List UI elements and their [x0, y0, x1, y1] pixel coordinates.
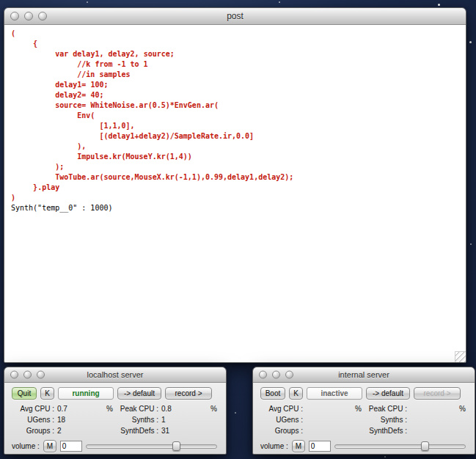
- stat-peak-cpu: Peak CPU : 0.8 %: [113, 404, 217, 414]
- stat-label: Synths :: [362, 415, 407, 425]
- mute-button[interactable]: M: [43, 440, 56, 452]
- stat-label: Groups :: [9, 426, 54, 436]
- volume-label: volume :: [260, 442, 288, 450]
- stat-value: 0.8: [161, 404, 179, 414]
- stat-avg-cpu: Avg CPU : 0.7 %: [9, 404, 113, 414]
- stat-label: UGens :: [257, 415, 303, 425]
- stat-value: 18: [57, 415, 75, 425]
- stat-label: Synths :: [113, 415, 158, 425]
- stat-label: UGens :: [9, 415, 54, 425]
- post-code[interactable]: ( { var delay1, delay2, source; //k from…: [11, 29, 466, 203]
- post-window-titlebar[interactable]: post: [4, 8, 466, 25]
- traffic-lights: [10, 371, 45, 379]
- stat-groups: Groups : 2: [9, 426, 113, 436]
- minimize-button[interactable]: [272, 371, 280, 379]
- stat-value: 0.7: [57, 404, 75, 414]
- zoom-button[interactable]: [38, 12, 47, 21]
- post-output[interactable]: Synth("temp__0" : 1000): [11, 203, 466, 213]
- close-button[interactable]: [10, 12, 19, 21]
- traffic-lights: [10, 12, 47, 21]
- stat-synthdefs: SynthDefs :: [362, 426, 466, 436]
- star: [87, 1, 88, 3]
- star: [235, 412, 236, 414]
- slider-track: [334, 444, 466, 449]
- stat-synthdefs: SynthDefs : 31: [113, 426, 217, 436]
- kill-button[interactable]: K: [40, 387, 54, 400]
- stat-avg-cpu: Avg CPU : %: [257, 404, 362, 414]
- volume-slider[interactable]: [334, 441, 466, 452]
- localhost-server-window: localhost server Quit K running -> defau…: [4, 367, 227, 455]
- mute-button[interactable]: M: [292, 440, 305, 452]
- slider-thumb[interactable]: [421, 441, 429, 451]
- localhost-server-panel: Quit K running -> default record > Avg C…: [4, 383, 226, 454]
- localhost-server-titlebar[interactable]: localhost server: [4, 367, 226, 383]
- make-default-button[interactable]: -> default: [117, 387, 161, 400]
- volume-input[interactable]: [309, 441, 331, 452]
- stat-ugens: UGens : 18: [9, 415, 113, 425]
- quit-button[interactable]: Quit: [12, 387, 37, 400]
- window-title: localhost server: [87, 370, 143, 379]
- zoom-button[interactable]: [37, 371, 45, 379]
- volume-row: volume : M: [253, 437, 475, 452]
- star: [470, 243, 472, 245]
- close-button[interactable]: [10, 371, 18, 379]
- status-display: inactive: [307, 387, 362, 400]
- stat-unit: %: [355, 404, 362, 414]
- zoom-button[interactable]: [285, 371, 293, 379]
- server-controls: Quit K running -> default record >: [4, 383, 226, 401]
- stat-label: Groups :: [257, 426, 303, 436]
- make-default-button[interactable]: -> default: [366, 387, 410, 400]
- stat-label: SynthDefs :: [113, 426, 158, 436]
- record-button[interactable]: record >: [165, 387, 212, 400]
- star: [384, 456, 386, 458]
- volume-slider[interactable]: [86, 441, 217, 452]
- resize-grip[interactable]: [455, 351, 466, 362]
- star: [469, 41, 472, 43]
- stat-label: Peak CPU :: [113, 404, 158, 414]
- slider-track: [86, 444, 217, 449]
- internal-server-titlebar[interactable]: internal server: [253, 367, 475, 383]
- stat-unit: %: [459, 404, 466, 414]
- stat-synths: Synths : 1: [113, 415, 217, 425]
- kill-button[interactable]: K: [289, 387, 303, 400]
- stat-peak-cpu: Peak CPU : %: [362, 404, 466, 414]
- server-controls: Boot K inactive -> default record >: [253, 383, 475, 401]
- server-stats: Avg CPU : 0.7 % Peak CPU : 0.8 % UGens :…: [4, 401, 226, 437]
- traffic-lights: [259, 371, 293, 379]
- window-title: internal server: [338, 370, 389, 379]
- record-button[interactable]: record >: [414, 387, 461, 400]
- boot-button[interactable]: Boot: [260, 387, 285, 400]
- window-title: post: [227, 11, 244, 21]
- server-stats: Avg CPU : % Peak CPU : % UGens : Synths …: [253, 401, 475, 437]
- stat-value: 1: [161, 415, 179, 425]
- internal-server-window: internal server Boot K inactive -> defau…: [252, 367, 475, 455]
- slider-thumb[interactable]: [172, 441, 180, 451]
- internal-server-panel: Boot K inactive -> default record > Avg …: [253, 383, 475, 454]
- post-text-view[interactable]: ( { var delay1, delay2, source; //k from…: [4, 25, 466, 362]
- post-window: post ( { var delay1, delay2, source; //k…: [4, 7, 466, 363]
- stat-ugens: UGens :: [257, 415, 362, 425]
- stat-label: Avg CPU :: [257, 404, 303, 414]
- status-display: running: [58, 387, 114, 400]
- star: [438, 4, 440, 6]
- stat-groups: Groups :: [257, 426, 362, 436]
- volume-row: volume : M: [4, 437, 226, 452]
- stat-unit: %: [106, 404, 113, 414]
- desktop: { "colors": { "code_red": "#c41a10", "ou…: [0, 0, 476, 459]
- volume-label: volume :: [12, 442, 40, 450]
- star: [279, 1, 280, 3]
- volume-input[interactable]: [60, 441, 82, 452]
- stat-value: 31: [161, 426, 179, 436]
- stat-synths: Synths :: [362, 415, 466, 425]
- close-button[interactable]: [259, 371, 267, 379]
- minimize-button[interactable]: [23, 371, 32, 379]
- minimize-button[interactable]: [24, 12, 33, 21]
- stat-label: Peak CPU :: [362, 404, 407, 414]
- stat-label: Avg CPU :: [9, 404, 54, 414]
- stat-unit: %: [210, 404, 217, 414]
- stat-label: SynthDefs :: [362, 426, 407, 436]
- stat-value: 2: [57, 426, 75, 436]
